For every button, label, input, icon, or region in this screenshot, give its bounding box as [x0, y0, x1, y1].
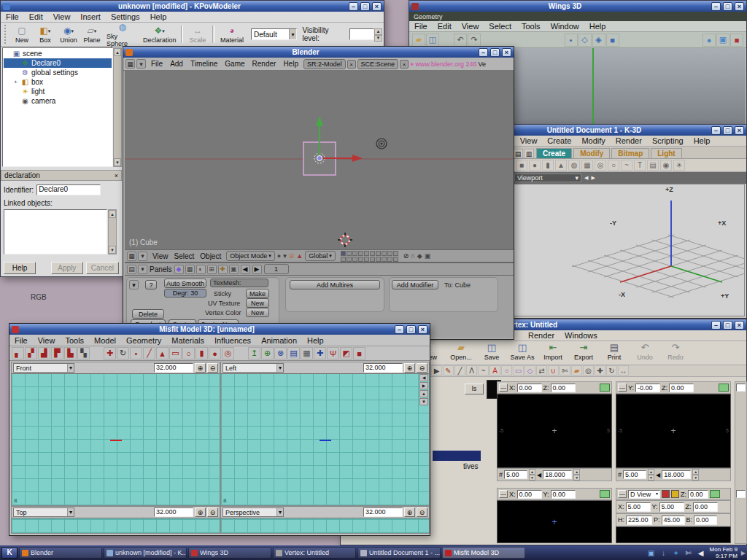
view-direction-dropdown[interactable]: Perspective ▾	[222, 508, 284, 517]
front-canvas[interactable]: 8	[12, 373, 220, 505]
print-button[interactable]: ▤ Print	[599, 341, 630, 361]
y-input[interactable]: -0.00	[635, 384, 660, 392]
weld-tool-icon[interactable]: ⊕	[261, 347, 274, 359]
create-disk-icon[interactable]: ◍	[568, 160, 580, 171]
auto-smooth-button[interactable]: Auto Smooth	[164, 279, 206, 288]
cam-y-input[interactable]: 5.00	[659, 502, 684, 512]
frame-prev-icon[interactable]: ◀	[241, 265, 250, 274]
maximize-icon[interactable]: □	[360, 2, 370, 11]
menu-item[interactable]: File	[409, 21, 433, 31]
panel-enable-toggle[interactable]	[600, 490, 610, 498]
minimize-icon[interactable]: –	[711, 126, 721, 135]
ortho-viewport-xy[interactable]: +	[497, 500, 612, 543]
cam-x-input[interactable]: 5.00	[626, 502, 651, 512]
mirror-icon[interactable]: ⇄	[536, 365, 547, 376]
line-icon[interactable]: ╱	[454, 365, 465, 376]
maximize-icon[interactable]: □	[723, 321, 732, 330]
create-cone-icon[interactable]: ▲	[555, 160, 567, 171]
rectangle-tool-icon[interactable]: ▭	[169, 347, 182, 359]
vertex-color-new-button[interactable]: New	[246, 308, 269, 317]
rotate-view-icon[interactable]: ↻	[606, 365, 617, 376]
blender-titlebar[interactable]: Blender – □ ×	[123, 47, 514, 58]
redo-button[interactable]: ↷ Redo	[660, 341, 691, 361]
grid-size-input[interactable]: 5.00	[623, 470, 646, 479]
kpov-titlebar[interactable]: unknown [modified] - KPovModeler – □ ×	[1, 1, 384, 12]
frame-number-stepper[interactable]: 1	[264, 264, 289, 274]
default-dropdown[interactable]: Default ▾	[251, 28, 297, 40]
scroll-down-icon[interactable]: ▼	[109, 246, 116, 254]
bluetooth-icon[interactable]: ✦	[671, 548, 681, 558]
undo-button[interactable]: ↶ Undo	[630, 341, 660, 361]
edge-select-icon[interactable]: ◇	[578, 34, 592, 47]
tree-item-box[interactable]: + ◧ box	[4, 77, 112, 87]
snap-magnet-icon[interactable]: ◆	[417, 252, 422, 260]
collapse-panel-icon[interactable]: —	[618, 490, 627, 498]
perspective-canvas[interactable]	[221, 518, 429, 533]
zoom-out-icon[interactable]: ⊖	[417, 363, 427, 373]
ortho-viewport-xz[interactable]: + -5 5	[497, 394, 612, 468]
tree-item-declare0[interactable]: ❖ Declare0	[4, 58, 112, 68]
node-history-icon[interactable]: ▥	[524, 149, 534, 158]
smooth-shading-icon[interactable]: ●	[703, 34, 716, 47]
menu-item[interactable]: Edit	[433, 21, 457, 31]
script-context-icon[interactable]: ▦	[185, 265, 195, 274]
select-faces-icon[interactable]: ▞	[25, 347, 37, 359]
grid-size-spinner[interactable]: ▲▼	[529, 469, 535, 481]
blender-org-link[interactable]: www.blender.org 246	[415, 61, 476, 68]
x-input[interactable]: 0.00	[517, 384, 542, 392]
panel-hide-arrow-icon[interactable]: ▶	[741, 550, 746, 556]
uv-texture-new-button[interactable]: New	[246, 298, 269, 308]
scene-delete-icon[interactable]: ×	[400, 60, 409, 69]
menu-item[interactable]: Help	[689, 136, 716, 146]
editor-type-icon[interactable]: ▦	[125, 59, 135, 69]
x-input[interactable]: 0.00	[517, 490, 542, 499]
export-button[interactable]: ⇥ Export	[568, 341, 599, 361]
menu-item[interactable]: File	[147, 59, 166, 69]
menu-item[interactable]: Select	[484, 21, 516, 31]
menu-item[interactable]: Render	[523, 330, 560, 341]
panel-align-icon[interactable]: ▤	[127, 265, 136, 274]
zoom-in-icon[interactable]: ⊕	[195, 363, 206, 373]
panel-enable-toggle[interactable]	[719, 384, 729, 392]
save-button[interactable]: ◫ Save	[476, 341, 507, 361]
zoom-out-icon[interactable]: ⊖	[417, 508, 427, 517]
pencil-icon[interactable]: ✎	[443, 365, 454, 376]
menu-item[interactable]: Tools	[60, 335, 89, 346]
viewport-prev-icon[interactable]: ◀	[584, 175, 588, 181]
zoom-spinner[interactable]: ▲▼	[692, 469, 699, 481]
display-settings-icon[interactable]: ▣	[646, 548, 657, 558]
tools-panel-remnant[interactable]: ls	[465, 384, 484, 394]
menu-item[interactable]: Window	[546, 21, 584, 31]
menu-item[interactable]: Windows	[560, 330, 603, 341]
collapse-panel-icon[interactable]: —	[618, 384, 627, 392]
menu-item[interactable]: Modify	[576, 136, 610, 146]
misfit-titlebar[interactable]: Misfit Model 3D: [unnamed] – □ ×	[9, 324, 430, 335]
help-button[interactable]: Help	[4, 262, 36, 274]
cylinder-tool-icon[interactable]: ▮	[196, 347, 208, 359]
add-modifier-button[interactable]: Add Modifier	[392, 280, 438, 289]
frame-next-icon[interactable]: ▶	[252, 265, 262, 274]
close-icon[interactable]: ×	[502, 48, 511, 57]
menu-item[interactable]: Game	[221, 59, 248, 69]
zoom-out-icon[interactable]: ⊖	[207, 363, 218, 373]
menu-item[interactable]: Insert	[75, 12, 106, 22]
create-torus-icon[interactable]: ◎	[595, 160, 606, 171]
zoom-spinner[interactable]: ▲▼	[573, 469, 580, 481]
workspace-tab[interactable]: Geometry	[409, 12, 746, 21]
volume-icon[interactable]: ◀	[696, 548, 706, 558]
torus-tool-icon[interactable]: ◎	[222, 347, 234, 359]
add-multires-button[interactable]: Add Multires	[290, 280, 380, 289]
menu-item[interactable]: Help	[279, 59, 302, 69]
k-menu-icon[interactable]: K	[1, 547, 18, 559]
zoom-level-input[interactable]: 32.000	[154, 363, 193, 373]
new-button[interactable]: ▢ New	[10, 26, 34, 44]
object-context-icon[interactable]: ⊞	[207, 265, 217, 274]
taskbar-task-button[interactable]: Wings 3D	[188, 547, 271, 559]
dropdown-arrow-icon[interactable]: ▾	[289, 29, 295, 39]
node-list-icon[interactable]: ▤	[513, 149, 523, 158]
orthographic-icon[interactable]: ▣	[716, 34, 729, 47]
pivot-center-icon[interactable]: ⊙	[289, 252, 295, 260]
menu-item[interactable]: Edit	[24, 12, 48, 22]
z-input[interactable]: 0.00	[669, 384, 694, 392]
measure-icon[interactable]: ↔	[618, 365, 629, 376]
